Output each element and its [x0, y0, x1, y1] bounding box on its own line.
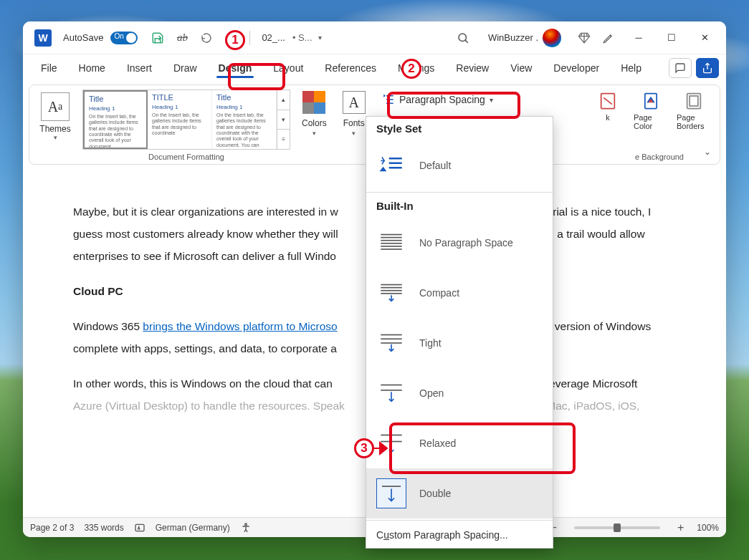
themes-button[interactable]: Aa Themes ▾: [35, 90, 75, 144]
svg-rect-11: [135, 524, 144, 531]
accessibility-icon[interactable]: [240, 522, 252, 534]
separator: [249, 31, 250, 45]
tab-mailings[interactable]: Mailings: [387, 57, 445, 79]
document-name[interactable]: 02_...: [262, 32, 285, 43]
share-button[interactable]: [696, 58, 719, 78]
no-space-icon: [376, 228, 406, 258]
autosave-toggle[interactable]: On: [110, 32, 138, 44]
svg-line-7: [604, 97, 612, 104]
open-icon: [376, 378, 406, 408]
tab-developer[interactable]: Developer: [543, 57, 610, 79]
ribbon-collapse-icon[interactable]: ⌄: [700, 144, 715, 160]
spellcheck-icon[interactable]: [134, 522, 145, 534]
tab-review[interactable]: Review: [445, 57, 500, 79]
page-borders-button[interactable]: Page Borders: [674, 90, 714, 132]
scroll-up-icon[interactable]: ▴: [277, 90, 290, 110]
spacing-option-relaxed[interactable]: Relaxed: [366, 418, 553, 468]
fonts-icon: A: [343, 91, 366, 114]
language-indicator[interactable]: German (Germany): [156, 523, 230, 533]
doc-dropdown-icon[interactable]: ▾: [318, 34, 322, 42]
page-color-button[interactable]: Page Color: [631, 90, 671, 132]
gallery-scroll[interactable]: ▴ ▾ ≡: [277, 90, 290, 149]
group-label: e Background: [635, 153, 684, 161]
page-color-icon: [641, 91, 661, 111]
tab-help[interactable]: Help: [610, 57, 652, 79]
svg-point-0: [459, 34, 467, 42]
pen-icon[interactable]: [598, 28, 619, 48]
search-icon[interactable]: [457, 32, 469, 44]
user-name[interactable]: WinBuzzer .: [488, 32, 538, 43]
close-button[interactable]: ✕: [689, 27, 720, 49]
colors-icon: [302, 91, 325, 114]
watermark-icon: [598, 91, 618, 111]
paragraph-spacing-dropdown: Style Set Default Built-In No Paragraph …: [366, 116, 553, 549]
tab-design[interactable]: Design: [208, 57, 263, 79]
undo-icon[interactable]: [196, 28, 216, 48]
ribbon-tabs: File Home Insert Draw Design Layout Refe…: [23, 54, 726, 82]
default-spacing-icon: [376, 150, 406, 180]
dropdown-section-label: Built-In: [366, 194, 553, 218]
tab-insert[interactable]: Insert: [116, 57, 163, 79]
style-item[interactable]: Title Heading 1 On the Insert tab, the g…: [212, 90, 277, 149]
spacing-option-double[interactable]: Double: [366, 468, 553, 518]
spacing-option-compact[interactable]: Compact: [366, 268, 553, 318]
style-gallery[interactable]: Title Heading 1 On the Insert tab, the g…: [82, 90, 290, 150]
scroll-down-icon[interactable]: ▾: [277, 110, 290, 130]
group-label: Document Formatting: [148, 153, 224, 161]
svg-rect-10: [690, 96, 698, 106]
save-icon[interactable]: [148, 28, 168, 48]
style-item[interactable]: Title Heading 1 On the Insert tab, the g…: [83, 90, 148, 149]
dropdown-section-label: Style Set: [366, 117, 553, 140]
tight-icon: [376, 328, 406, 358]
style-item[interactable]: TITLE Heading 1 On the Insert tab, the g…: [148, 90, 212, 149]
tab-layout[interactable]: Layout: [262, 57, 314, 79]
paragraph-spacing-button[interactable]: Paragraph Spacing ▾: [376, 90, 500, 110]
strikethrough-icon[interactable]: ab: [172, 28, 192, 48]
spacing-option-tight[interactable]: Tight: [366, 318, 553, 368]
word-count[interactable]: 335 words: [84, 523, 123, 533]
double-icon: [376, 478, 406, 508]
maximize-button[interactable]: ☐: [656, 27, 687, 49]
spacing-option-no-space[interactable]: No Paragraph Space: [366, 218, 553, 268]
spacing-option-default[interactable]: Default: [366, 140, 553, 190]
tab-file[interactable]: File: [30, 57, 68, 79]
tab-home[interactable]: Home: [68, 57, 116, 79]
quickbar-more-icon[interactable]: ▾: [221, 28, 241, 48]
diamond-icon[interactable]: [574, 28, 594, 48]
zoom-level[interactable]: 100%: [697, 523, 719, 533]
tab-view[interactable]: View: [500, 57, 543, 79]
user-avatar-icon[interactable]: [543, 29, 561, 47]
zoom-slider[interactable]: [574, 526, 660, 529]
themes-icon: Aa: [41, 92, 70, 121]
page-indicator[interactable]: Page 2 of 3: [30, 523, 74, 533]
compact-icon: [376, 278, 406, 308]
comments-button[interactable]: [669, 58, 692, 78]
saved-indicator: • S...: [292, 32, 313, 43]
paragraph-spacing-icon: [382, 93, 395, 106]
hyperlink[interactable]: brings the Windows platform to Microso: [143, 320, 337, 332]
minimize-button[interactable]: ─: [623, 27, 654, 49]
custom-paragraph-spacing[interactable]: Custom Paragraph Spacing...: [366, 522, 553, 548]
zoom-in-button[interactable]: +: [674, 521, 687, 534]
titlebar: W AutoSave On ab ▾ 02_... • S... ▾ WinBu…: [23, 21, 726, 54]
svg-point-12: [244, 523, 247, 526]
spacing-option-open[interactable]: Open: [366, 368, 553, 418]
watermark-button[interactable]: k: [588, 90, 628, 123]
word-app-icon: W: [34, 29, 52, 47]
page-borders-icon: [684, 91, 704, 111]
colors-button[interactable]: Colors ▾: [297, 90, 331, 138]
autosave-label: AutoSave: [63, 32, 103, 43]
svg-line-1: [465, 40, 467, 42]
tab-draw[interactable]: Draw: [163, 57, 208, 79]
tab-references[interactable]: References: [314, 57, 387, 79]
gallery-expand-icon[interactable]: ≡: [277, 130, 290, 149]
relaxed-icon: [376, 428, 406, 458]
